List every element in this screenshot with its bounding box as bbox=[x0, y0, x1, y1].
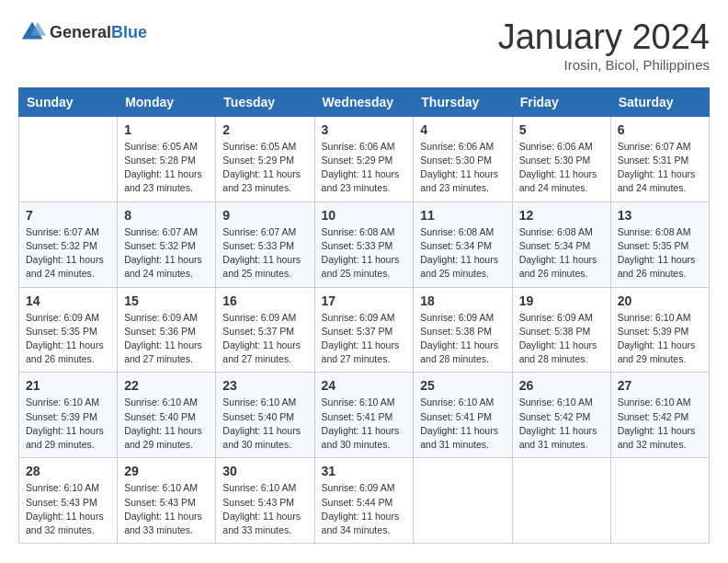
day-info: Sunrise: 6:10 AM Sunset: 5:43 PM Dayligh… bbox=[124, 481, 209, 537]
day-number: 27 bbox=[618, 378, 702, 393]
day-info: Sunrise: 6:10 AM Sunset: 5:42 PM Dayligh… bbox=[519, 396, 604, 452]
calendar-day-cell: 28Sunrise: 6:10 AM Sunset: 5:43 PM Dayli… bbox=[19, 458, 118, 544]
day-info: Sunrise: 6:10 AM Sunset: 5:39 PM Dayligh… bbox=[26, 396, 110, 452]
day-info: Sunrise: 6:09 AM Sunset: 5:37 PM Dayligh… bbox=[222, 311, 307, 367]
day-number: 10 bbox=[322, 208, 407, 223]
weekday-header-cell: Sunday bbox=[19, 87, 118, 116]
day-number: 21 bbox=[26, 378, 110, 393]
calendar-day-cell: 24Sunrise: 6:10 AM Sunset: 5:41 PM Dayli… bbox=[314, 373, 414, 458]
calendar-day-cell: 21Sunrise: 6:10 AM Sunset: 5:39 PM Dayli… bbox=[19, 373, 118, 458]
day-info: Sunrise: 6:07 AM Sunset: 5:33 PM Dayligh… bbox=[222, 225, 307, 282]
day-info: Sunrise: 6:07 AM Sunset: 5:31 PM Dayligh… bbox=[618, 140, 702, 196]
weekday-header-cell: Thursday bbox=[414, 87, 512, 116]
day-number: 13 bbox=[618, 208, 702, 223]
day-number: 31 bbox=[322, 464, 407, 478]
day-number: 6 bbox=[618, 122, 702, 137]
day-number: 16 bbox=[222, 293, 307, 308]
calendar-day-cell: 3Sunrise: 6:06 AM Sunset: 5:29 PM Daylig… bbox=[314, 116, 414, 201]
calendar-day-cell: 17Sunrise: 6:09 AM Sunset: 5:37 PM Dayli… bbox=[314, 287, 414, 373]
calendar-day-cell: 25Sunrise: 6:10 AM Sunset: 5:41 PM Dayli… bbox=[414, 373, 512, 458]
day-number: 24 bbox=[322, 378, 407, 393]
day-number: 17 bbox=[322, 293, 407, 308]
day-info: Sunrise: 6:10 AM Sunset: 5:41 PM Dayligh… bbox=[420, 396, 505, 452]
title-block: January 2024 Irosin, Bicol, Philippines bbox=[498, 18, 710, 73]
day-info: Sunrise: 6:07 AM Sunset: 5:32 PM Dayligh… bbox=[124, 225, 209, 282]
calendar-day-cell: 6Sunrise: 6:07 AM Sunset: 5:31 PM Daylig… bbox=[610, 116, 709, 201]
month-title: January 2024 bbox=[498, 18, 710, 57]
day-number: 4 bbox=[420, 122, 505, 137]
day-info: Sunrise: 6:08 AM Sunset: 5:35 PM Dayligh… bbox=[618, 225, 702, 282]
calendar-day-cell bbox=[414, 458, 512, 544]
day-number: 29 bbox=[124, 464, 209, 478]
calendar-day-cell: 23Sunrise: 6:10 AM Sunset: 5:40 PM Dayli… bbox=[216, 373, 314, 458]
day-number: 15 bbox=[124, 293, 209, 308]
day-info: Sunrise: 6:06 AM Sunset: 5:30 PM Dayligh… bbox=[519, 140, 604, 196]
day-info: Sunrise: 6:10 AM Sunset: 5:42 PM Dayligh… bbox=[618, 396, 702, 452]
calendar-day-cell: 20Sunrise: 6:10 AM Sunset: 5:39 PM Dayli… bbox=[610, 287, 709, 373]
day-info: Sunrise: 6:10 AM Sunset: 5:43 PM Dayligh… bbox=[26, 481, 110, 537]
day-number: 3 bbox=[322, 122, 407, 137]
calendar-day-cell: 15Sunrise: 6:09 AM Sunset: 5:36 PM Dayli… bbox=[118, 287, 216, 373]
day-info: Sunrise: 6:08 AM Sunset: 5:34 PM Dayligh… bbox=[519, 225, 604, 282]
day-info: Sunrise: 6:06 AM Sunset: 5:29 PM Dayligh… bbox=[322, 140, 407, 196]
day-number: 28 bbox=[26, 464, 110, 478]
location-title: Irosin, Bicol, Philippines bbox=[498, 57, 710, 73]
calendar-day-cell bbox=[19, 116, 118, 201]
calendar-week-row: 21Sunrise: 6:10 AM Sunset: 5:39 PM Dayli… bbox=[19, 373, 710, 458]
calendar-day-cell: 27Sunrise: 6:10 AM Sunset: 5:42 PM Dayli… bbox=[610, 373, 709, 458]
calendar-day-cell: 12Sunrise: 6:08 AM Sunset: 5:34 PM Dayli… bbox=[512, 201, 610, 287]
logo-blue-text: Blue bbox=[111, 23, 147, 41]
calendar-day-cell bbox=[512, 458, 610, 544]
calendar-day-cell: 22Sunrise: 6:10 AM Sunset: 5:40 PM Dayli… bbox=[118, 373, 216, 458]
calendar-day-cell: 5Sunrise: 6:06 AM Sunset: 5:30 PM Daylig… bbox=[512, 116, 610, 201]
calendar-day-cell: 18Sunrise: 6:09 AM Sunset: 5:38 PM Dayli… bbox=[414, 287, 512, 373]
day-info: Sunrise: 6:06 AM Sunset: 5:30 PM Dayligh… bbox=[420, 140, 505, 196]
day-number: 11 bbox=[420, 208, 505, 223]
calendar-day-cell: 31Sunrise: 6:09 AM Sunset: 5:44 PM Dayli… bbox=[314, 458, 414, 544]
calendar-day-cell: 8Sunrise: 6:07 AM Sunset: 5:32 PM Daylig… bbox=[118, 201, 216, 287]
day-number: 26 bbox=[519, 378, 604, 393]
calendar-day-cell: 29Sunrise: 6:10 AM Sunset: 5:43 PM Dayli… bbox=[118, 458, 216, 544]
day-info: Sunrise: 6:10 AM Sunset: 5:39 PM Dayligh… bbox=[618, 311, 702, 367]
calendar-day-cell: 1Sunrise: 6:05 AM Sunset: 5:28 PM Daylig… bbox=[118, 116, 216, 201]
weekday-header-cell: Monday bbox=[118, 87, 216, 116]
day-number: 9 bbox=[222, 208, 307, 223]
calendar-day-cell: 4Sunrise: 6:06 AM Sunset: 5:30 PM Daylig… bbox=[414, 116, 512, 201]
calendar-day-cell: 16Sunrise: 6:09 AM Sunset: 5:37 PM Dayli… bbox=[216, 287, 314, 373]
calendar-week-row: 14Sunrise: 6:09 AM Sunset: 5:35 PM Dayli… bbox=[19, 287, 710, 373]
day-info: Sunrise: 6:08 AM Sunset: 5:34 PM Dayligh… bbox=[420, 225, 505, 282]
calendar-day-cell bbox=[610, 458, 709, 544]
calendar-day-cell: 2Sunrise: 6:05 AM Sunset: 5:29 PM Daylig… bbox=[216, 116, 314, 201]
calendar-day-cell: 7Sunrise: 6:07 AM Sunset: 5:32 PM Daylig… bbox=[19, 201, 118, 287]
day-info: Sunrise: 6:09 AM Sunset: 5:38 PM Dayligh… bbox=[519, 311, 604, 367]
day-info: Sunrise: 6:09 AM Sunset: 5:35 PM Dayligh… bbox=[26, 311, 110, 367]
day-info: Sunrise: 6:10 AM Sunset: 5:40 PM Dayligh… bbox=[222, 396, 307, 452]
day-info: Sunrise: 6:10 AM Sunset: 5:41 PM Dayligh… bbox=[322, 396, 407, 452]
day-info: Sunrise: 6:09 AM Sunset: 5:36 PM Dayligh… bbox=[124, 311, 209, 367]
day-info: Sunrise: 6:05 AM Sunset: 5:28 PM Dayligh… bbox=[124, 140, 209, 196]
day-info: Sunrise: 6:09 AM Sunset: 5:37 PM Dayligh… bbox=[322, 311, 407, 367]
calendar-day-cell: 14Sunrise: 6:09 AM Sunset: 5:35 PM Dayli… bbox=[19, 287, 118, 373]
day-number: 14 bbox=[26, 293, 110, 308]
day-number: 23 bbox=[222, 378, 307, 393]
day-number: 5 bbox=[519, 122, 604, 137]
calendar-day-cell: 13Sunrise: 6:08 AM Sunset: 5:35 PM Dayli… bbox=[610, 201, 709, 287]
day-number: 8 bbox=[124, 208, 209, 223]
calendar-day-cell: 11Sunrise: 6:08 AM Sunset: 5:34 PM Dayli… bbox=[414, 201, 512, 287]
calendar-week-row: 1Sunrise: 6:05 AM Sunset: 5:28 PM Daylig… bbox=[19, 116, 710, 201]
calendar-day-cell: 30Sunrise: 6:10 AM Sunset: 5:43 PM Dayli… bbox=[216, 458, 314, 544]
weekday-header-cell: Saturday bbox=[610, 87, 709, 116]
day-number: 20 bbox=[618, 293, 702, 308]
weekday-header-row: SundayMondayTuesdayWednesdayThursdayFrid… bbox=[19, 87, 710, 116]
day-number: 7 bbox=[26, 208, 110, 223]
day-info: Sunrise: 6:05 AM Sunset: 5:29 PM Dayligh… bbox=[222, 140, 307, 196]
page-header: GeneralBlue January 2024 Irosin, Bicol, … bbox=[18, 18, 710, 73]
calendar-day-cell: 10Sunrise: 6:08 AM Sunset: 5:33 PM Dayli… bbox=[314, 201, 414, 287]
logo-general-text: General bbox=[50, 23, 111, 41]
day-number: 1 bbox=[124, 122, 209, 137]
day-number: 22 bbox=[124, 378, 209, 393]
calendar-table: SundayMondayTuesdayWednesdayThursdayFrid… bbox=[18, 87, 710, 544]
day-number: 12 bbox=[519, 208, 604, 223]
day-number: 18 bbox=[420, 293, 505, 308]
day-number: 30 bbox=[222, 464, 307, 478]
